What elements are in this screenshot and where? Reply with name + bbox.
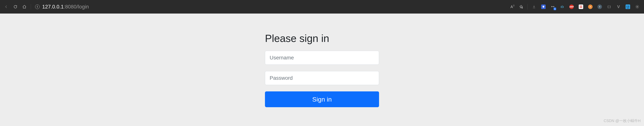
grid-icon (579, 5, 583, 9)
orange-circle-icon (588, 5, 592, 9)
extension-blue-app[interactable] (623, 2, 632, 11)
url-host: 127.0.0.1 (42, 4, 64, 10)
svg-rect-3 (581, 6, 582, 7)
settings-button[interactable] (633, 2, 642, 11)
svg-rect-4 (580, 7, 581, 8)
shield-icon (541, 5, 546, 9)
extension-badge: 1 (554, 8, 556, 10)
v-icon: V (617, 4, 620, 9)
extension-compass[interactable] (595, 2, 604, 11)
home-icon (22, 5, 26, 9)
toolbar-right: A⟩⟩ 1 ABP (507, 2, 642, 11)
compass-icon (598, 5, 602, 9)
downloads-button[interactable] (530, 2, 538, 11)
svg-point-6 (637, 6, 638, 7)
signin-button[interactable]: Sign in (265, 91, 379, 107)
page-title: Please sign in (265, 32, 379, 44)
password-field[interactable] (265, 71, 379, 85)
home-button[interactable] (20, 3, 28, 11)
bug-icon (560, 5, 564, 9)
toolbar-divider (528, 4, 528, 10)
extension-bug[interactable] (558, 2, 567, 11)
read-aloud-button[interactable]: A⟩⟩ (507, 2, 516, 11)
favorites-button[interactable] (516, 2, 526, 11)
extension-shield[interactable] (539, 2, 548, 11)
signin-form: Please sign in Sign in (265, 32, 379, 107)
username-field[interactable] (265, 51, 379, 65)
svg-point-1 (561, 6, 563, 8)
page-content: Please sign in Sign in (0, 14, 644, 107)
refresh-button[interactable] (11, 3, 20, 11)
extension-abp[interactable]: ABP (567, 2, 576, 11)
extension-grid[interactable] (576, 2, 586, 11)
extension-circle-orange[interactable] (586, 2, 595, 11)
arrow-left-icon (4, 5, 8, 9)
toolbar-divider (31, 4, 31, 10)
gear-icon (635, 5, 639, 9)
refresh-icon (13, 5, 18, 9)
star-icon (519, 5, 523, 9)
extension-braces[interactable]: { } (604, 2, 614, 11)
extension-swap[interactable]: 1 (548, 2, 557, 11)
extension-v[interactable]: V (614, 2, 623, 11)
url-text: 127.0.0.1:8080/login (42, 4, 89, 10)
read-aloud-icon: A⟩⟩ (510, 5, 513, 9)
download-icon (532, 5, 536, 9)
blue-app-icon (626, 5, 630, 9)
browser-toolbar: i 127.0.0.1:8080/login A⟩⟩ 1 (0, 0, 644, 14)
abp-icon: ABP (569, 5, 574, 9)
address-bar[interactable]: i 127.0.0.1:8080/login (33, 3, 380, 11)
site-info-icon[interactable]: i (35, 5, 40, 9)
url-path: :8080/login (64, 4, 89, 10)
back-button[interactable] (2, 3, 10, 11)
svg-rect-5 (581, 7, 582, 8)
svg-rect-2 (580, 6, 581, 7)
braces-icon: { } (608, 5, 611, 9)
